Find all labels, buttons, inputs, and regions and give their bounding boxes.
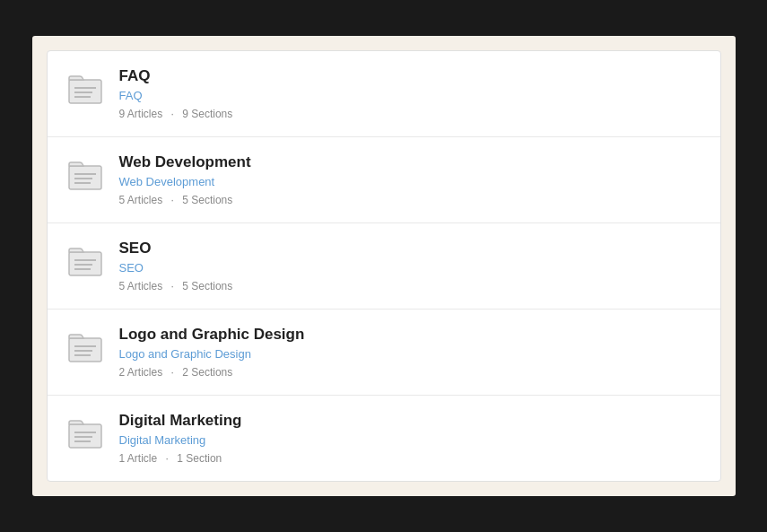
list-item-logo-graphic-design[interactable]: Logo and Graphic Design Logo and Graphic… xyxy=(48,310,720,396)
item-subtitle-seo: SEO xyxy=(119,261,702,275)
folder-icon xyxy=(65,69,105,109)
dot-separator: · xyxy=(171,366,174,379)
folder-icon xyxy=(65,155,105,195)
item-subtitle-web-development: Web Development xyxy=(119,175,702,188)
item-meta-web-development: 5 Articles · 5 Sections xyxy=(119,194,702,206)
item-meta-digital-marketing: 1 Article · 1 Section xyxy=(119,452,702,465)
svg-rect-8 xyxy=(69,252,101,275)
svg-rect-16 xyxy=(69,424,101,448)
item-subtitle-faq: FAQ xyxy=(119,89,702,102)
dot-separator: · xyxy=(171,280,174,292)
dot-separator: · xyxy=(166,452,169,465)
item-content-faq: FAQ FAQ 9 Articles · 9 Sections xyxy=(119,67,702,120)
sections-count: 5 Sections xyxy=(182,280,232,292)
item-content-digital-marketing: Digital Marketing Digital Marketing 1 Ar… xyxy=(119,412,702,465)
sections-count: 2 Sections xyxy=(182,366,232,379)
svg-rect-4 xyxy=(69,166,101,189)
item-subtitle-digital-marketing: Digital Marketing xyxy=(119,433,702,447)
list-item-seo[interactable]: SEO SEO 5 Articles · 5 Sections xyxy=(48,223,720,310)
dot-separator: · xyxy=(171,108,174,120)
list-item-web-development[interactable]: Web Development Web Development 5 Articl… xyxy=(48,137,720,223)
articles-count: 9 Articles xyxy=(119,108,163,120)
articles-count: 5 Articles xyxy=(119,194,163,206)
item-title-faq: FAQ xyxy=(119,67,702,85)
category-list: FAQ FAQ 9 Articles · 9 Sections xyxy=(47,50,721,482)
item-meta-faq: 9 Articles · 9 Sections xyxy=(119,108,702,120)
item-title-seo: SEO xyxy=(119,240,702,257)
folder-icon xyxy=(65,414,105,453)
sections-count: 9 Sections xyxy=(182,108,232,120)
item-meta-seo: 5 Articles · 5 Sections xyxy=(119,280,702,292)
item-content-web-development: Web Development Web Development 5 Articl… xyxy=(119,153,702,206)
articles-count: 5 Articles xyxy=(119,280,163,292)
item-meta-logo-graphic-design: 2 Articles · 2 Sections xyxy=(119,366,702,379)
item-subtitle-logo-graphic-design: Logo and Graphic Design xyxy=(119,347,702,361)
list-item-faq[interactable]: FAQ FAQ 9 Articles · 9 Sections xyxy=(48,51,720,137)
articles-count: 1 Article xyxy=(119,452,158,465)
svg-rect-0 xyxy=(69,80,101,103)
item-title-web-development: Web Development xyxy=(119,153,702,171)
item-title-logo-graphic-design: Logo and Graphic Design xyxy=(119,326,702,344)
item-content-logo-graphic-design: Logo and Graphic Design Logo and Graphic… xyxy=(119,326,702,379)
dot-separator: · xyxy=(171,194,174,206)
item-content-seo: SEO SEO 5 Articles · 5 Sections xyxy=(119,240,702,292)
articles-count: 2 Articles xyxy=(119,366,163,379)
outer-frame: FAQ FAQ 9 Articles · 9 Sections xyxy=(30,33,738,499)
svg-rect-12 xyxy=(69,338,101,362)
item-title-digital-marketing: Digital Marketing xyxy=(119,412,702,430)
sections-count: 5 Sections xyxy=(182,194,232,206)
folder-icon xyxy=(65,241,105,281)
folder-icon xyxy=(65,327,105,367)
list-item-digital-marketing[interactable]: Digital Marketing Digital Marketing 1 Ar… xyxy=(48,396,720,481)
sections-count: 1 Section xyxy=(177,452,222,465)
